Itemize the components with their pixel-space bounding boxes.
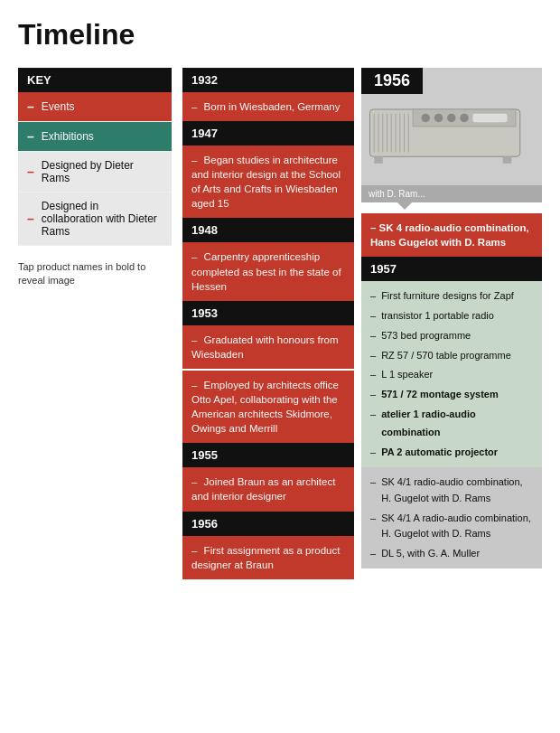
key-label-designed-by: Designed by Dieter Rams xyxy=(42,159,163,184)
list-item: – transistor 1 portable radio xyxy=(370,306,533,326)
svg-point-12 xyxy=(434,114,443,123)
sk4-dash: – xyxy=(370,222,376,233)
svg-point-13 xyxy=(447,114,456,123)
event-1956-first: – First assignment as a product designer… xyxy=(182,536,354,579)
list-item: – SK 4/1 A radio-audio combination, H. G… xyxy=(370,509,533,544)
list-item: – DL 5, with G. A. Muller xyxy=(370,544,533,564)
svg-rect-17 xyxy=(503,156,512,164)
svg-rect-16 xyxy=(374,156,383,164)
key-dash-exhibitions: – xyxy=(27,129,34,144)
event-1953-employed: – Employed by architects office Otto Ape… xyxy=(182,371,354,443)
key-label: KEY xyxy=(18,68,172,92)
page-container: Timeline KEY – Events – Exhibitions – De… xyxy=(0,0,560,597)
key-item-designed-by: – Designed by Dieter Rams xyxy=(18,152,172,193)
page-title: Timeline xyxy=(18,18,542,52)
sk4-event: – SK 4 radio-audio combination, Hans Gug… xyxy=(361,213,542,257)
year-1932: 1932 xyxy=(182,68,354,92)
year-1957: 1957 xyxy=(361,257,542,281)
year-1956: 1956 xyxy=(182,512,354,536)
list-item: – 573 bed programme xyxy=(370,326,533,346)
key-item-designed-collab: – Designed in collaboration with Dieter … xyxy=(18,193,172,246)
svg-point-11 xyxy=(422,114,431,123)
year-1947: 1947 xyxy=(182,121,354,146)
year-1948: 1948 xyxy=(182,218,354,242)
content-area: KEY – Events – Exhibitions – Designed by… xyxy=(18,68,542,579)
key-item-exhibitions[interactable]: – Exhibitions xyxy=(18,122,172,152)
image-caption: with D. Ram... xyxy=(361,185,542,202)
list-item: – SK 4/1 radio-audio combination, H. Gug… xyxy=(370,473,533,508)
key-item-events[interactable]: – Events xyxy=(18,92,172,122)
event-1932-born: – Born in Wiesbaden, Germany xyxy=(182,92,354,121)
key-dash-designed-collab: – xyxy=(27,211,34,226)
svg-rect-15 xyxy=(473,114,508,123)
right-column: 1956 xyxy=(361,68,542,579)
key-dash-designed-by: – xyxy=(27,164,34,179)
year-1953: 1953 xyxy=(182,301,354,325)
key-label-events: Events xyxy=(42,100,75,113)
list-item: – RZ 57 / 570 table programme xyxy=(370,346,533,366)
list-item: – L 1 speaker xyxy=(370,365,533,385)
right-grey-items: – SK 4/1 radio-audio combination, H. Gug… xyxy=(361,467,542,569)
event-1948-carpentry: – Carpentry apprenticeship completed as … xyxy=(182,242,354,300)
event-1953-graduated: – Graduated with honours from Wiesbaden xyxy=(182,325,354,369)
list-item: – 571 / 72 montage system xyxy=(370,385,533,405)
sk4-text: SK 4 radio-audio combination, Hans Gugel… xyxy=(370,222,529,248)
list-item: – First furniture designs for Zapf xyxy=(370,287,533,306)
key-label-designed-collab: Designed in collaboration with Dieter Ra… xyxy=(42,200,163,238)
year-1955: 1955 xyxy=(182,443,354,467)
right-items-1957: – First furniture designs for Zapf – tra… xyxy=(361,281,542,467)
event-1947-studies: – Began studies in architecture and inte… xyxy=(182,146,354,218)
middle-column: 1932 – Born in Wiesbaden, Germany 1947 –… xyxy=(182,68,354,579)
image-callout: 1956 xyxy=(361,68,542,202)
key-label-exhibitions: Exhibitions xyxy=(42,130,94,143)
key-dash-events: – xyxy=(27,99,34,114)
sidebar: KEY – Events – Exhibitions – Designed by… xyxy=(18,68,172,579)
list-item: – PA 2 automatic projector xyxy=(370,443,533,463)
tap-hint: Tap product names in bold to reveal imag… xyxy=(18,260,172,288)
svg-point-14 xyxy=(460,114,469,123)
braun-radio-image xyxy=(361,68,533,185)
event-1955-joined: – Joined Braun as an architect and inter… xyxy=(182,467,354,511)
list-item: – atelier 1 radio-audio combination xyxy=(370,405,533,443)
